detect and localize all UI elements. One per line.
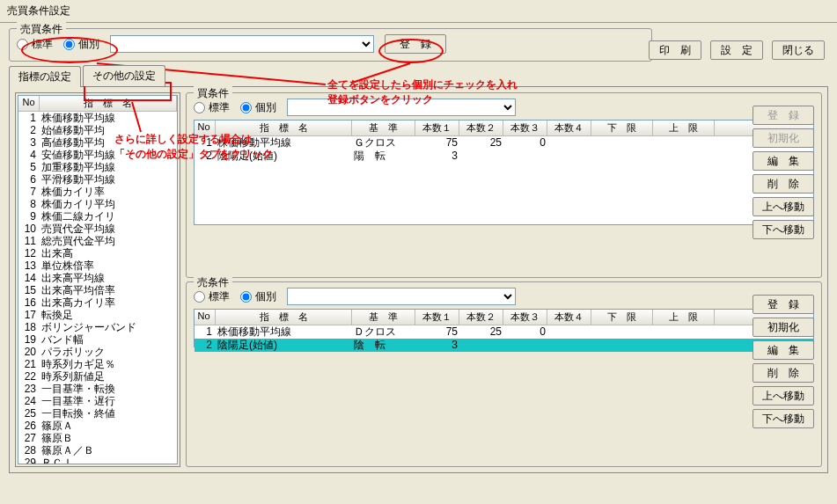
window-title: 売買条件設定 (7, 4, 70, 17)
sell-grid[interactable]: No 指 標 名 基 準 本数１ 本数２ 本数３ 本数４ 下 限 上 限 1株価… (194, 309, 814, 347)
list-item[interactable]: 23一目基準・転換 (18, 383, 177, 395)
buy-delete-button[interactable]: 削 除 (753, 174, 814, 194)
table-row[interactable]: 2陰陽足(始値)陰 転3 (195, 339, 813, 352)
buy-moveup-button[interactable]: 上へ移動 (753, 197, 814, 216)
sell-register-button[interactable]: 登 録 (753, 295, 814, 314)
condition-combo[interactable] (110, 35, 374, 53)
list-item[interactable]: 3高値移動平均 (18, 136, 177, 149)
sell-movedown-button[interactable]: 下へ移動 (753, 409, 814, 428)
tab-indicator-settings[interactable]: 指標の設定 (9, 66, 81, 87)
list-item[interactable]: 8株価カイリ平均 (18, 198, 177, 210)
list-item[interactable]: 14出来高平均線 (18, 272, 177, 284)
settings-button[interactable]: 設 定 (710, 40, 763, 60)
list-item[interactable]: 27篠原Ｂ (18, 432, 177, 444)
list-item[interactable]: 4安値移動平均線 (18, 149, 177, 161)
sell-radio-individual[interactable]: 個別 (240, 289, 276, 304)
list-item[interactable]: 26篠原Ａ (18, 420, 177, 432)
close-button[interactable]: 閉じる (772, 40, 825, 60)
list-item[interactable]: 1株価移動平均線 (18, 112, 177, 124)
indicator-list-pane: No 指 標 名 1株価移動平均線2始値移動平均3高値移動平均4安値移動平均線5… (15, 92, 180, 467)
list-item[interactable]: 10売買代金平均線 (18, 223, 177, 235)
buy-radio-standard[interactable]: 標準 (194, 100, 230, 115)
list-item[interactable]: 15出来高平均倍率 (18, 284, 177, 296)
list-item[interactable]: 5加重移動平均線 (18, 161, 177, 173)
col-name: 指 標 名 (40, 96, 177, 111)
list-item[interactable]: 22時系列新値足 (18, 370, 177, 383)
list-item[interactable]: 11総売買代金平均 (18, 235, 177, 247)
col-no: No (18, 96, 40, 111)
trade-condition-group: 売買条件 標準 個別 登 録 (9, 28, 652, 62)
title-bar: 売買条件設定 (0, 0, 837, 23)
list-item[interactable]: 6平滑移動平均線 (18, 173, 177, 186)
sell-moveup-button[interactable]: 上へ移動 (753, 386, 814, 405)
radio-individual[interactable]: 個別 (63, 37, 99, 52)
table-row[interactable]: 1株価移動平均線Ｄクロス75250 (195, 325, 813, 339)
buy-condition-group: 買条件 標準 個別 No 指 標 名 基 準 本数１ 本数２ 本数３ 本数４ (186, 92, 822, 278)
list-item[interactable]: 19バンド幅 (18, 333, 177, 346)
buy-init-button[interactable]: 初期化 (753, 128, 814, 148)
list-item[interactable]: 13単位株倍率 (18, 259, 177, 272)
list-item[interactable]: 24一目基準・遅行 (18, 395, 177, 407)
sell-radio-standard[interactable]: 標準 (194, 289, 230, 304)
buy-grid[interactable]: No 指 標 名 基 準 本数１ 本数２ 本数３ 本数４ 下 限 上 限 1株価… (194, 120, 814, 225)
table-row[interactable]: 2陰陽足(始値)陽 転3 (195, 150, 813, 163)
print-button[interactable]: 印 刷 (649, 40, 701, 60)
list-item[interactable]: 12出来高 (18, 247, 177, 259)
buy-edit-button[interactable]: 編 集 (753, 151, 814, 171)
radio-standard[interactable]: 標準 (17, 37, 53, 52)
list-item[interactable]: 28篠原Ａ／Ｂ (18, 444, 177, 457)
sell-delete-button[interactable]: 削 除 (753, 363, 814, 383)
buy-radio-individual[interactable]: 個別 (240, 100, 276, 115)
table-row[interactable]: 1株価移動平均線Ｇクロス75250 (195, 136, 813, 150)
list-item[interactable]: 2始値移動平均 (18, 124, 177, 136)
tab-other-settings[interactable]: その他の設定 (83, 65, 165, 86)
sell-edit-button[interactable]: 編 集 (753, 340, 814, 360)
list-item[interactable]: 9株価二線カイリ (18, 210, 177, 223)
list-item[interactable]: 18ボリンジャーバンド (18, 321, 177, 333)
list-item[interactable]: 20パラボリック (18, 346, 177, 358)
buy-movedown-button[interactable]: 下へ移動 (753, 220, 814, 239)
list-item[interactable]: 25一目転換・終値 (18, 407, 177, 420)
list-item[interactable]: 29ＲＣＩ (18, 457, 177, 464)
trade-condition-legend: 売買条件 (17, 22, 66, 37)
register-button[interactable]: 登 録 (385, 34, 446, 54)
sell-condition-group: 売条件 標準 個別 No 指 標 名 基 準 本数１ 本数２ 本数３ 本数４ (186, 281, 822, 467)
indicator-list[interactable]: No 指 標 名 1株価移動平均線2始値移動平均3高値移動平均4安値移動平均線5… (18, 95, 178, 464)
list-item[interactable]: 7株価カイリ率 (18, 186, 177, 198)
list-item[interactable]: 17転換足 (18, 309, 177, 321)
sell-init-button[interactable]: 初期化 (753, 318, 814, 337)
buy-register-button[interactable]: 登 録 (753, 106, 814, 125)
list-item[interactable]: 16出来高カイリ率 (18, 296, 177, 309)
sell-combo[interactable] (287, 288, 516, 305)
tabs: 指標の設定 その他の設定 (9, 65, 828, 86)
list-item[interactable]: 21時系列カギ足％ (18, 358, 177, 370)
buy-combo[interactable] (287, 99, 516, 116)
